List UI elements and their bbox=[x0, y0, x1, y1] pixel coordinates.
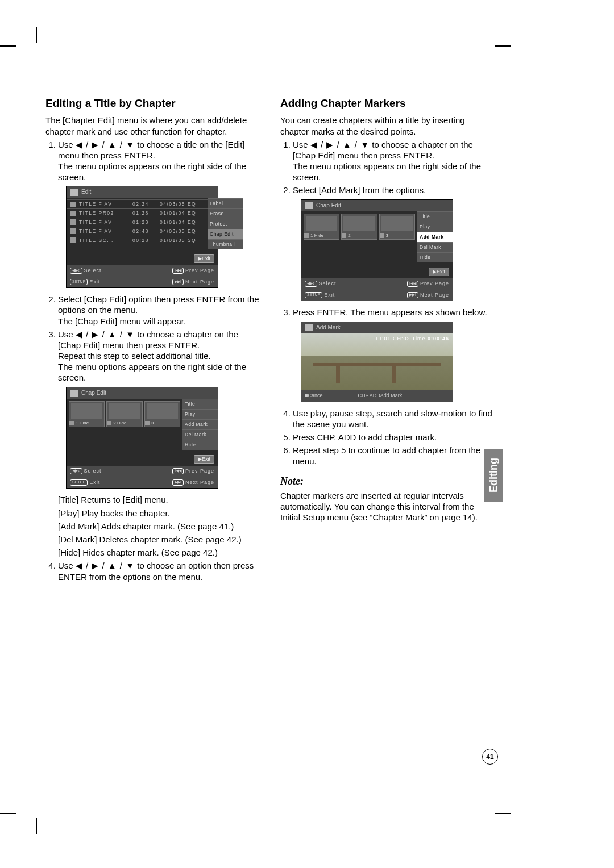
desc-hide: [Hide] Hides chapter mark. (See page 42.… bbox=[58, 547, 260, 558]
key-icon: ◀▶↕ bbox=[305, 281, 317, 287]
label: Next Page bbox=[420, 292, 449, 298]
add-mark-screenshot: Add Mark TT:01 CH:02 Time 0:00:46 ■Cance… bbox=[301, 322, 453, 402]
crop-mark bbox=[0, 45, 16, 47]
slot-label: 1 Hide bbox=[304, 233, 323, 239]
chapter-thumbnails: 1 Hide2 Hide3 bbox=[67, 399, 182, 449]
arrow-icons: ◀ / ▶ / ▲ / ▼ bbox=[76, 561, 135, 570]
left-column: Editing a Title by Chapter The [Chapter … bbox=[45, 97, 260, 586]
left-step-4: Use ◀ / ▶ / ▲ / ▼ to choose an option th… bbox=[58, 560, 260, 582]
title-duration: 00:28 bbox=[132, 237, 156, 244]
chapter-slot: 1 Hide bbox=[69, 401, 105, 427]
title-duration: 02:48 bbox=[132, 228, 156, 235]
foot-right: I◀◀Prev Page bbox=[407, 281, 449, 287]
crop-mark bbox=[495, 45, 511, 47]
shot-title: Edit bbox=[81, 189, 91, 196]
key-icon: SETUP bbox=[305, 292, 322, 298]
chapter-slot: 2 Hide bbox=[106, 401, 142, 427]
left-step-1: Use ◀ / ▶ / ▲ / ▼ to choose a title on t… bbox=[58, 139, 260, 183]
title-duration: 01:28 bbox=[132, 210, 156, 216]
text: Use bbox=[58, 329, 76, 339]
shot-body: 1 Hide2 Hide3 TitlePlayAdd MarkDel MarkH… bbox=[67, 399, 218, 449]
side-item: Del Mark bbox=[417, 242, 453, 252]
title-date: 01/01/04 EQ bbox=[160, 219, 204, 226]
right-column: Adding Chapter Markers You can create ch… bbox=[280, 97, 495, 586]
right-steps-4: Use play, pause step, search and slow-mo… bbox=[280, 408, 495, 467]
crop-mark bbox=[36, 27, 37, 43]
shot-title: Chap Edit bbox=[81, 390, 106, 397]
title-list: TITLE F AV02:2404/03/05 EQTITLE PR0201:2… bbox=[67, 198, 208, 249]
key-icon: I◀◀ bbox=[172, 468, 184, 474]
side-item: Play bbox=[417, 222, 453, 232]
shot-footer-2: SETUPExit ▶▶INext Page bbox=[301, 290, 453, 301]
foot-right: ▶▶INext Page bbox=[407, 292, 449, 299]
foot-left: ◀▶↕Select bbox=[305, 281, 337, 287]
osd-time: 0:00:46 bbox=[428, 336, 449, 341]
label: Prev Page bbox=[185, 468, 214, 474]
shot-footer-2: SETUPExit ▶▶INext Page bbox=[67, 277, 218, 288]
arrow-icons: ◀ / ▶ / ▲ / ▼ bbox=[76, 140, 135, 149]
chapter-thumbnails: 1 Hide2 3 bbox=[301, 211, 417, 262]
chapter-slot: 2 bbox=[341, 214, 377, 240]
chapter-slot: 3 bbox=[144, 401, 180, 427]
exit-row: ▶Exit bbox=[67, 450, 218, 466]
chapter-slot: 1 Hide bbox=[304, 214, 339, 240]
clapboard-icon bbox=[70, 189, 78, 196]
shot-footer: ■Cancel CHP.ADDAdd Mark bbox=[301, 390, 453, 402]
right-step-4: Use play, pause step, search and slow-mo… bbox=[293, 408, 495, 429]
left-steps-1: Use ◀ / ▶ / ▲ / ▼ to choose a title on t… bbox=[45, 139, 260, 183]
side-item: Add Mark bbox=[182, 419, 218, 429]
right-step-1: Use ◀ / ▶ / ▲ / ▼ to choose a chapter on… bbox=[293, 139, 495, 183]
shot-title-bar: Chap Edit bbox=[301, 200, 453, 212]
title-name: TITLE PR02 bbox=[79, 210, 129, 216]
text: Use bbox=[58, 140, 76, 149]
foot-left: SETUPExit bbox=[70, 279, 100, 286]
side-item: Hide bbox=[182, 440, 218, 450]
shot-body: 1 Hide2 3 TitlePlayAdd MarkDel MarkHide bbox=[301, 211, 453, 262]
title-name: TITLE F AV bbox=[79, 228, 129, 235]
crop-mark bbox=[495, 813, 511, 814]
text: The menu options appears on the right si… bbox=[293, 161, 481, 182]
foot-add: CHP.ADDAdd Mark bbox=[358, 393, 402, 399]
exit-button: ▶Exit bbox=[194, 455, 214, 464]
title-name: TITLE F AV bbox=[79, 219, 129, 226]
right-step-5: Press CHP. ADD to add chapter mark. bbox=[293, 432, 495, 443]
thumb-icon bbox=[70, 237, 76, 243]
left-steps-4: Use ◀ / ▶ / ▲ / ▼ to choose an option th… bbox=[45, 560, 260, 582]
key-icon: SETUP bbox=[70, 279, 88, 285]
key-icon: ▶▶I bbox=[172, 279, 184, 285]
title-date: 01/01/05 SQ bbox=[160, 237, 204, 244]
foot-cancel: ■Cancel bbox=[305, 393, 323, 399]
right-intro: You can create chapters within a title b… bbox=[280, 115, 495, 136]
edit-menu-screenshot: Edit TITLE F AV02:2404/03/05 EQTITLE PR0… bbox=[66, 186, 218, 288]
exit-row: ▶Exit bbox=[67, 249, 218, 266]
foot-right: I◀◀Prev Page bbox=[172, 468, 214, 475]
clapboard-icon bbox=[70, 390, 78, 397]
title-row: TITLE F AV01:2301/01/04 EQ bbox=[67, 218, 208, 227]
label: Exit bbox=[89, 279, 100, 285]
label: Next Page bbox=[185, 479, 214, 485]
left-intro: The [Chapter Edit] menu is where you can… bbox=[45, 115, 260, 136]
side-item: Play bbox=[182, 409, 218, 419]
exit-row: ▶Exit bbox=[301, 262, 453, 279]
key-icon: SETUP bbox=[70, 479, 88, 486]
exit-button: ▶Exit bbox=[429, 268, 449, 277]
right-step-2: Select [Add Mark] from the options. bbox=[293, 185, 495, 195]
label: Exit bbox=[89, 479, 100, 485]
foot-left: SETUPExit bbox=[70, 479, 100, 486]
key-icon: ◀▶↕ bbox=[70, 468, 82, 474]
text: The menu options appears on the right si… bbox=[58, 161, 246, 182]
label: Select bbox=[319, 281, 337, 286]
shot-body: TITLE F AV02:2404/03/05 EQTITLE PR0201:2… bbox=[67, 198, 218, 249]
side-item: Label bbox=[208, 198, 243, 208]
crop-mark bbox=[36, 818, 37, 834]
label: Prev Page bbox=[185, 268, 214, 273]
slot-label: 3 bbox=[145, 420, 154, 426]
slot-label: 2 bbox=[342, 233, 350, 239]
left-step-3: Use ◀ / ▶ / ▲ / ▼ to choose a chapter on… bbox=[58, 329, 260, 383]
key-icon: I◀◀ bbox=[407, 281, 418, 287]
title-row: TITLE F AV02:2404/03/05 EQ bbox=[67, 199, 208, 208]
title-duration: 02:24 bbox=[132, 201, 156, 207]
title-duration: 01:23 bbox=[132, 219, 156, 226]
chap-edit-addmark-screenshot: Chap Edit 1 Hide2 3 TitlePlayAdd MarkDel… bbox=[301, 199, 453, 302]
shot-title: Add Mark bbox=[316, 324, 341, 332]
